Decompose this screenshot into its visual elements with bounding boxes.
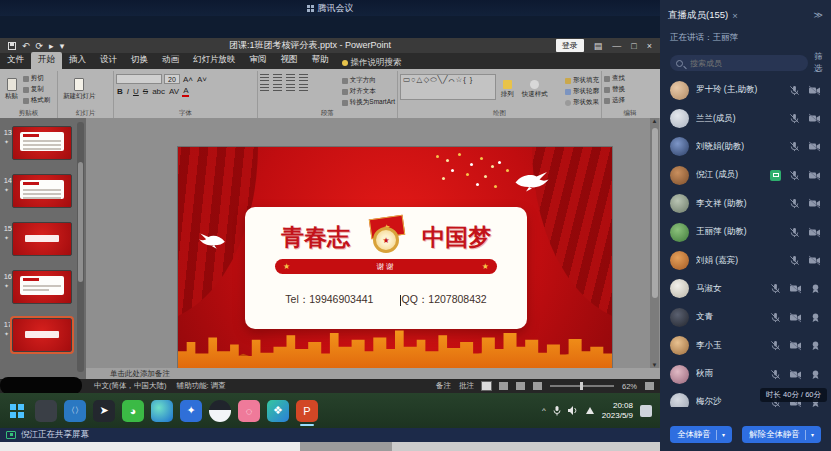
camera-off-icon[interactable] <box>808 85 821 96</box>
camera-off-icon[interactable] <box>789 283 802 294</box>
thumbnail-scrollbar[interactable] <box>77 122 84 372</box>
canvas-scrollbar[interactable]: ▲ ▼ <box>650 118 659 368</box>
terminal-icon[interactable]: ➤ <box>93 400 115 422</box>
mic-off-icon[interactable] <box>789 170 800 181</box>
tab-review[interactable]: 审阅 <box>243 52 274 69</box>
tray-mic-icon[interactable] <box>553 406 561 416</box>
notes-placeholder[interactable]: 单击此处添加备注 <box>86 368 660 379</box>
paste-button[interactable]: 粘贴 <box>2 72 21 107</box>
chevron-down-icon[interactable]: ▾ <box>722 431 725 438</box>
start-button[interactable] <box>6 400 28 422</box>
mic-off-icon[interactable] <box>770 312 781 323</box>
current-slide[interactable]: 青春志 ★ ★ 中国梦 ★ 谢谢 ★ Tel：19946903441 <box>178 147 612 372</box>
align-left-icon[interactable] <box>260 84 269 92</box>
text-direction-button[interactable]: 文字方向 <box>342 76 395 85</box>
align-center-icon[interactable] <box>273 84 282 92</box>
arrange-button[interactable]: 排列 <box>498 72 517 107</box>
maximize-button[interactable]: □ <box>631 41 636 51</box>
slide-sorter-view-icon[interactable] <box>499 382 508 390</box>
tab-design[interactable]: 设计 <box>93 52 124 69</box>
camera-off-icon[interactable] <box>808 227 821 238</box>
mic-off-icon[interactable] <box>789 141 800 152</box>
award-icon[interactable] <box>810 340 821 351</box>
close-button[interactable]: × <box>647 41 652 51</box>
login-button[interactable]: 登录 <box>556 39 584 52</box>
slide-title-left[interactable]: 青春志 <box>281 222 350 253</box>
reading-view-icon[interactable] <box>516 382 525 390</box>
powerpoint-taskbar-icon[interactable]: P <box>296 400 318 422</box>
format-painter-button[interactable]: 格式刷 <box>23 96 51 105</box>
numbering-icon[interactable] <box>273 74 282 82</box>
meeting-app-icon[interactable]: ❖ <box>267 400 289 422</box>
tab-transitions[interactable]: 切换 <box>124 52 155 69</box>
save-icon[interactable] <box>8 42 16 50</box>
slide-thumbnail-13[interactable] <box>12 126 72 160</box>
award-icon[interactable] <box>810 312 821 323</box>
member-row-sharing[interactable]: 倪江 (成员) <box>660 161 831 189</box>
tab-insert[interactable]: 插入 <box>62 52 93 69</box>
font-color-button[interactable]: A <box>182 86 189 97</box>
italic-button[interactable]: I <box>126 87 130 96</box>
member-row[interactable]: 李小玉 <box>660 332 831 360</box>
mute-all-button[interactable]: 全体静音 ▾ <box>670 426 732 443</box>
member-row[interactable]: 马淑女 <box>660 275 831 303</box>
shape-outline-button[interactable]: 形状轮廓 <box>565 87 599 96</box>
vscode-icon[interactable]: 〈〉 <box>64 400 86 422</box>
new-slide-button[interactable]: 新建幻灯片 <box>60 72 99 107</box>
tab-view[interactable]: 视图 <box>274 52 305 69</box>
banner-text[interactable]: 谢谢 <box>377 262 396 272</box>
tab-home[interactable]: 开始 <box>31 52 62 69</box>
notes-toggle[interactable]: 备注 <box>436 381 451 391</box>
member-row[interactable]: 刘晓娟(助教) <box>660 133 831 161</box>
accessibility-status[interactable]: 辅助功能: 调查 <box>177 381 226 391</box>
zoom-slider[interactable] <box>550 385 614 387</box>
member-row[interactable]: 王丽萍 (助教) <box>660 218 831 246</box>
scroll-thumb[interactable] <box>652 128 658 298</box>
contact-line[interactable]: Tel：19946903441 QQ：1207808432 <box>245 293 527 307</box>
slideshow-icon[interactable]: ▸ <box>49 41 54 51</box>
tel-text[interactable]: Tel：19946903441 <box>285 293 373 307</box>
tray-expand-icon[interactable]: ^ <box>542 406 546 415</box>
mic-off-icon[interactable] <box>770 369 781 380</box>
wechat-icon[interactable]: ◕ <box>122 400 144 422</box>
indent-increase-icon[interactable] <box>299 74 308 82</box>
shape-effects-button[interactable]: 形状效果 <box>565 98 599 107</box>
tray-clock[interactable]: 20:08 2023/5/9 <box>602 401 633 421</box>
mic-off-icon[interactable] <box>789 113 800 124</box>
tray-network-icon[interactable] <box>585 406 595 415</box>
slideshow-view-icon[interactable] <box>533 382 542 390</box>
replace-button[interactable]: 替换 <box>604 85 625 94</box>
camera-off-icon[interactable] <box>808 141 821 152</box>
text-shadow-button[interactable]: abc <box>151 87 166 96</box>
taskbar-app-icon[interactable] <box>35 400 57 422</box>
justify-icon[interactable] <box>299 84 308 92</box>
mic-off-icon[interactable] <box>770 283 781 294</box>
tab-animations[interactable]: 动画 <box>155 52 186 69</box>
tray-volume-icon[interactable] <box>568 406 578 415</box>
camera-off-icon[interactable] <box>789 369 802 380</box>
slide-title-card[interactable]: 青春志 ★ ★ 中国梦 ★ 谢谢 ★ Tel：19946903441 <box>245 207 527 329</box>
character-spacing-button[interactable]: AV <box>168 87 180 96</box>
panel-close-icon[interactable]: × <box>732 10 738 21</box>
award-icon[interactable] <box>810 283 821 294</box>
find-button[interactable]: 查找 <box>604 74 625 83</box>
tab-file[interactable]: 文件 <box>0 52 31 69</box>
slide-thumbnail-17-selected[interactable] <box>12 318 72 352</box>
member-row[interactable]: 李文祥 (助教) <box>660 190 831 218</box>
camera-off-icon[interactable] <box>789 312 802 323</box>
camera-off-icon[interactable] <box>808 113 821 124</box>
comments-toggle[interactable]: 批注 <box>459 381 474 391</box>
member-row[interactable]: 文青 <box>660 303 831 331</box>
edge-icon[interactable] <box>151 400 173 422</box>
chevron-down-icon[interactable]: ▾ <box>811 431 814 438</box>
mic-off-icon[interactable] <box>789 255 800 266</box>
align-right-icon[interactable] <box>286 84 295 92</box>
tab-help[interactable]: 帮助 <box>305 52 336 69</box>
camera-off-icon[interactable] <box>808 255 821 266</box>
slide-title-right[interactable]: 中国梦 <box>422 222 491 253</box>
member-row[interactable]: 罗十玲 (主,助教) <box>660 76 831 104</box>
pink-app-icon[interactable]: ◌ <box>238 400 260 422</box>
slide-thumbnail-16[interactable] <box>12 270 72 304</box>
search-input[interactable] <box>670 55 808 71</box>
copy-button[interactable]: 复制 <box>23 85 51 94</box>
